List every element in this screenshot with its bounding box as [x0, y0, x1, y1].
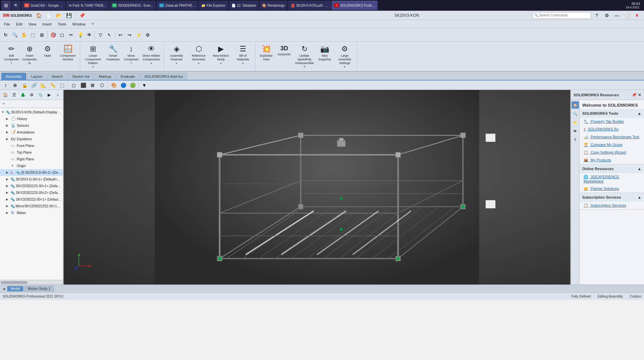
- zoom-in-btn[interactable]: 🔍: [10, 31, 19, 39]
- link-performance-benchmark[interactable]: 📊 Performance Benchmark Test: [580, 133, 644, 141]
- tab-solidworks-addins[interactable]: SOLIDWORKS Add-Ins: [140, 73, 187, 80]
- menu-insert[interactable]: Insert: [40, 21, 54, 27]
- menu-tools[interactable]: Tools: [55, 21, 69, 27]
- taskbar-solidworks[interactable]: S SOLIDWORKS Profe...: [332, 1, 378, 10]
- online-section-header[interactable]: Online Resources ▲: [580, 164, 644, 173]
- tree-item-origin[interactable]: ✦ Origin: [0, 162, 63, 169]
- new-btn[interactable]: 📄: [45, 11, 53, 20]
- selection-filter-btn[interactable]: ▽: [96, 31, 105, 39]
- smart-fasteners-btn[interactable]: 🔧 Smart Fasteners: [104, 44, 122, 67]
- open-btn[interactable]: 📂: [55, 11, 63, 20]
- t2-btn7[interactable]: ⬚: [58, 81, 66, 90]
- menu-help[interactable]: ?: [89, 21, 96, 27]
- link-my-products[interactable]: 📦 My Products: [580, 156, 644, 164]
- t2-btn9[interactable]: ⬛: [79, 81, 88, 90]
- tree-item-sk20v3-d[interactable]: ▶ ⚠ 🔩 (f) SK20V3-D-00<1> (Default<D: [0, 169, 63, 176]
- bill-of-materials-btn[interactable]: ☰ Bill of Materials ▼: [232, 44, 254, 67]
- menu-file[interactable]: File: [1, 21, 13, 27]
- menu-edit[interactable]: Edit: [13, 21, 25, 27]
- panel-nav-home[interactable]: 🏠: [572, 101, 579, 109]
- search-commands-input[interactable]: [539, 13, 589, 17]
- tree-item-root[interactable]: ▼ 🔩 SK20V3-KON (Default<Display State-1>…: [0, 109, 63, 115]
- ft-arrow-btn[interactable]: ›: [54, 91, 62, 99]
- t2-btn12[interactable]: 🎨: [109, 81, 118, 90]
- ft-config-btn[interactable]: ⚙: [28, 91, 36, 99]
- tools-section-header[interactable]: SOLIDWORKS Tools ▲: [580, 109, 644, 118]
- instant3d-btn[interactable]: 3D Instant3D: [276, 44, 293, 67]
- tree-item-history[interactable]: ▶ 🕐 History: [0, 115, 63, 122]
- tree-item-skv1[interactable]: ▶ 🔩 SKV2030222S-00<1> (Default<Displ: [0, 183, 63, 189]
- move-component-btn[interactable]: ↕ Move Component: [122, 44, 140, 67]
- taskbar-datalab[interactable]: D DataLab PANTHE...: [156, 1, 198, 10]
- hide-show-btn[interactable]: 👁: [85, 31, 94, 39]
- t2-btn1[interactable]: ↕: [1, 81, 10, 90]
- link-3dexperience[interactable]: 🌐 3DEXPERIENCE Marketplace: [580, 173, 644, 185]
- taskbar-file-explorer[interactable]: 📁 File Explorer: [199, 1, 228, 10]
- lights-btn[interactable]: 💡: [76, 31, 85, 39]
- subscription-section-header[interactable]: Subscription Services ▲: [580, 193, 644, 202]
- reference-geometry-btn[interactable]: ⬡ Reference Geometry ▼: [188, 44, 209, 67]
- panel-nav-help[interactable]: ?: [572, 136, 579, 144]
- tree-item-skv3[interactable]: ▶ 🔩 SKV2030222-00<1> (Default<Disp: [0, 196, 63, 203]
- taskbar-email[interactable]: ✉ Fwd: B.73480 TREB...: [66, 1, 109, 10]
- undo-btn[interactable]: ↩: [116, 31, 125, 39]
- options-btn[interactable]: ⚙: [143, 31, 152, 39]
- t2-btn2[interactable]: ⊕: [11, 81, 19, 90]
- t2-btn10[interactable]: ⊠: [88, 81, 97, 90]
- tree-item-mirror[interactable]: ▶ 🔩 MirrorSKV2030222S2-00<1> (Default: [0, 203, 63, 209]
- help-btn[interactable]: ?: [592, 11, 601, 20]
- tree-item-annotations[interactable]: ▶ 📝 Annotations: [0, 129, 63, 136]
- link-solidworks-rx[interactable]: ⚕ SOLIDWORKS Rx: [580, 125, 644, 133]
- t2-btn8[interactable]: ◻: [69, 81, 78, 90]
- panel-nav-files[interactable]: 📁: [572, 119, 579, 126]
- ft-list-btn[interactable]: ☰: [10, 91, 18, 99]
- t2-btn14[interactable]: 🟢: [128, 81, 137, 90]
- zoom-box-btn[interactable]: ⬚: [29, 31, 37, 39]
- tree-item-equations[interactable]: ▶ f(x) Equations: [0, 136, 63, 142]
- viewport[interactable]: Y X Z: [64, 90, 570, 285]
- tab-assembly[interactable]: Assembly: [1, 73, 26, 80]
- insert-components-btn[interactable]: ⊕ Insert Components: [21, 44, 38, 67]
- menu-window[interactable]: Window: [70, 21, 88, 27]
- panel-nav-view[interactable]: 👁: [572, 127, 579, 135]
- pin-btn[interactable]: 📌: [78, 11, 87, 20]
- assembly-features-btn[interactable]: ◈ Assembly Features ▼: [166, 44, 187, 67]
- update-speedpak-btn[interactable]: ↻ Update SpeedPak Subassemblies: [294, 44, 315, 69]
- tree-item-front-plane[interactable]: ▭ Front Plane: [0, 142, 63, 149]
- tab-layout[interactable]: Layout: [27, 73, 47, 80]
- home-btn[interactable]: 🏠: [35, 11, 43, 20]
- link-property-tab-builder[interactable]: 🔧 Property Tab Builder: [580, 118, 644, 125]
- save-btn[interactable]: 💾: [65, 11, 73, 20]
- t2-btn15[interactable]: ▼: [140, 81, 149, 90]
- tab-sketch-ink[interactable]: Sketch Ink: [68, 73, 94, 80]
- rotate-view-btn[interactable]: ↻: [1, 31, 10, 39]
- redo-btn[interactable]: ↪: [125, 31, 134, 39]
- new-motion-study-btn[interactable]: ▶ New Motion Study ▼: [210, 44, 232, 67]
- panel-nav-search[interactable]: 🔍: [572, 110, 579, 117]
- t2-btn11[interactable]: ⬡: [98, 81, 106, 90]
- edit-component-btn[interactable]: ✏ Edit Component: [3, 44, 20, 67]
- display-style-btn[interactable]: ◻: [58, 31, 66, 39]
- tab-markup[interactable]: Markup: [95, 73, 116, 80]
- tree-item-right-plane[interactable]: ▭ Right Plane: [0, 156, 63, 162]
- ft-tree-btn[interactable]: 🌲: [19, 91, 27, 99]
- ft-attach-btn[interactable]: 📎: [36, 91, 44, 99]
- linear-component-pattern-btn[interactable]: ⊞ Linear Component Pattern ▼: [82, 44, 104, 69]
- link-subscription[interactable]: 📋 Subscription Services: [580, 202, 644, 209]
- link-copy-settings-wizard[interactable]: 📋 Copy Settings Wizard: [580, 149, 644, 156]
- tree-item-sensors[interactable]: ▶ 📡 Sensors: [0, 122, 63, 129]
- tab-sketch[interactable]: Sketch: [47, 73, 67, 80]
- zoom-all-btn[interactable]: ⊞: [38, 31, 46, 39]
- take-snapshot-btn[interactable]: 📷 Take Snapshot: [316, 44, 333, 67]
- pan-btn[interactable]: ✋: [19, 31, 28, 39]
- restore-btn[interactable]: ⬜: [623, 11, 631, 20]
- taskbar-renderings[interactable]: R RENDERINGS - Ever...: [109, 1, 156, 10]
- t2-btn3[interactable]: 🔒: [20, 81, 29, 90]
- taskbar-renderings2[interactable]: 🎨 Renderings: [259, 1, 287, 10]
- exploded-view-btn[interactable]: 💥 Exploded View: [257, 44, 275, 67]
- tab-scroll-left[interactable]: ◀: [1, 287, 6, 291]
- component-preview-window-btn[interactable]: 🪟 Component Window: [57, 44, 79, 67]
- collapse-btn[interactable]: —: [612, 11, 621, 20]
- panel-pin-btn[interactable]: 📌: [632, 93, 637, 97]
- tree-item-sk20v3-g[interactable]: ▶ 🔩 SK20V3-G-00<1> (Default<Display S: [0, 176, 63, 183]
